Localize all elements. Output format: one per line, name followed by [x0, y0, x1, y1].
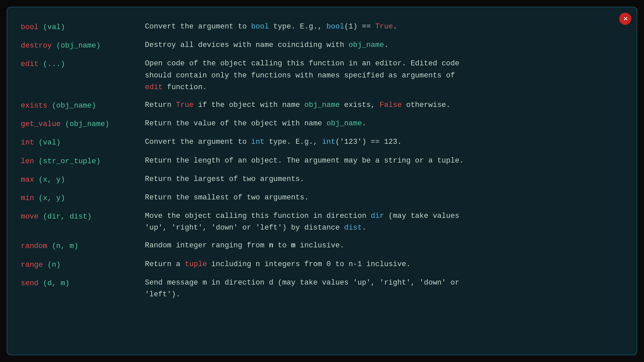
func-description: Convert the argument to int type. E.g., …	[145, 136, 623, 148]
content-area: bool (val) Convert the argument to bool …	[21, 21, 623, 300]
func-params: (...)	[39, 60, 65, 68]
func-params: (obj_name)	[47, 102, 96, 110]
func-name: edit	[21, 60, 39, 68]
func-params: (d, m)	[39, 279, 69, 288]
func-params: (dir, dist)	[39, 213, 92, 221]
func-params: (n, m)	[47, 242, 78, 250]
list-item: destroy (obj_name) Destroy all devices w…	[21, 39, 623, 52]
func-name: send	[21, 279, 39, 288]
function-signature: int (val)	[21, 136, 145, 148]
func-name: len	[21, 157, 34, 166]
func-params: (n)	[43, 261, 61, 269]
list-item: edit (...) Open code of the object calli…	[21, 58, 623, 93]
func-description: Convert the argument to bool type. E.g.,…	[145, 21, 623, 33]
func-description: Send message m in direction d (may take …	[145, 277, 623, 300]
func-name: move	[21, 213, 39, 221]
function-signature: bool (val)	[21, 21, 145, 33]
func-params: (str_or_tuple)	[34, 157, 101, 166]
list-item: move (dir, dist) Move the object calling…	[21, 210, 623, 234]
list-item: range (n) Return a tuple including n int…	[21, 258, 623, 271]
func-name: max	[21, 176, 34, 184]
func-params: (x, y)	[34, 176, 65, 184]
function-signature: destroy (obj_name)	[21, 39, 145, 52]
function-signature: get_value (obj_name)	[21, 118, 145, 130]
func-description: Return True if the object with name obj_…	[145, 99, 623, 111]
func-description: Open code of the object calling this fun…	[145, 58, 623, 93]
list-item: len (str_or_tuple) Return the length of …	[21, 155, 623, 167]
func-name: range	[21, 261, 43, 269]
func-description: Return the value of the object with name…	[145, 118, 623, 129]
function-signature: random (n, m)	[21, 240, 145, 252]
func-name: get_value	[21, 120, 61, 128]
func-params: (obj_name)	[52, 42, 100, 50]
list-item: get_value (obj_name) Return the value of…	[21, 118, 623, 130]
func-name: destroy	[21, 42, 52, 50]
func-description: Destroy all devices with name coinciding…	[145, 39, 623, 51]
func-name: random	[21, 242, 47, 250]
function-signature: exists (obj_name)	[21, 99, 145, 112]
func-name: int	[21, 138, 34, 147]
list-item: random (n, m) Random integer ranging fro…	[21, 240, 623, 252]
list-item: int (val) Convert the argument to int ty…	[21, 136, 623, 148]
func-description: Return the length of an object. The argu…	[145, 155, 623, 167]
function-signature: send (d, m)	[21, 277, 145, 289]
function-signature: len (str_or_tuple)	[21, 155, 145, 167]
function-signature: move (dir, dist)	[21, 210, 145, 223]
function-signature: max (x, y)	[21, 173, 145, 186]
func-params: (val)	[39, 23, 65, 32]
func-params: (val)	[34, 138, 61, 147]
func-description: Return the smallest of two arguments.	[145, 192, 623, 203]
list-item: exists (obj_name) Return True if the obj…	[21, 99, 623, 112]
func-description: Random integer ranging from n to m inclu…	[145, 240, 623, 251]
func-description: Move the object calling this function in…	[145, 210, 623, 234]
function-signature: edit (...)	[21, 58, 145, 70]
func-params: (x, y)	[34, 194, 65, 202]
close-button[interactable]	[619, 13, 631, 25]
function-signature: range (n)	[21, 258, 145, 271]
func-name: bool	[21, 23, 39, 32]
function-signature: min (x, y)	[21, 192, 145, 204]
func-name: min	[21, 194, 34, 202]
docs-window: bool (val) Convert the argument to bool …	[7, 7, 637, 355]
func-description: Return a tuple including n integers from…	[145, 258, 623, 270]
list-item: min (x, y) Return the smallest of two ar…	[21, 192, 623, 204]
func-name: exists	[21, 102, 47, 110]
func-description: Return the largest of two arguments.	[145, 173, 623, 185]
list-item: max (x, y) Return the largest of two arg…	[21, 173, 623, 186]
list-item: bool (val) Convert the argument to bool …	[21, 21, 623, 33]
func-params: (obj_name)	[61, 120, 109, 128]
list-item: send (d, m) Send message m in direction …	[21, 277, 623, 300]
